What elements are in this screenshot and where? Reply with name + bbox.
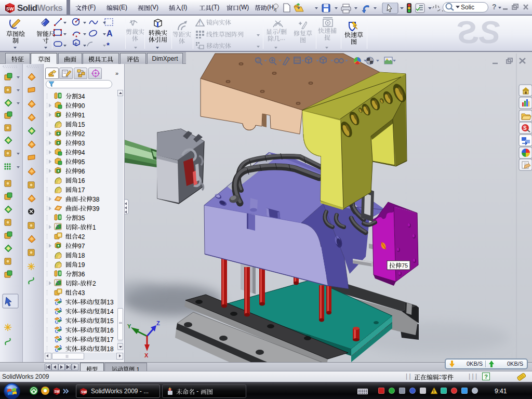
svg-text:SW: SW	[81, 390, 87, 394]
svg-text:SW: SW	[55, 390, 60, 393]
svg-text:Y: Y	[127, 323, 131, 329]
svg-text:!: !	[199, 20, 201, 26]
svg-text:Solic: Solic	[461, 4, 474, 11]
svg-text:*: *	[107, 41, 110, 49]
svg-text:A: A	[107, 29, 113, 38]
svg-text:Z: Z	[156, 320, 160, 326]
svg-text:S: S	[523, 125, 527, 131]
svg-text:X: X	[144, 352, 149, 358]
svg-text:!: !	[433, 389, 435, 394]
svg-text:75: 75	[402, 262, 408, 269]
svg-text:SW: SW	[6, 6, 14, 11]
